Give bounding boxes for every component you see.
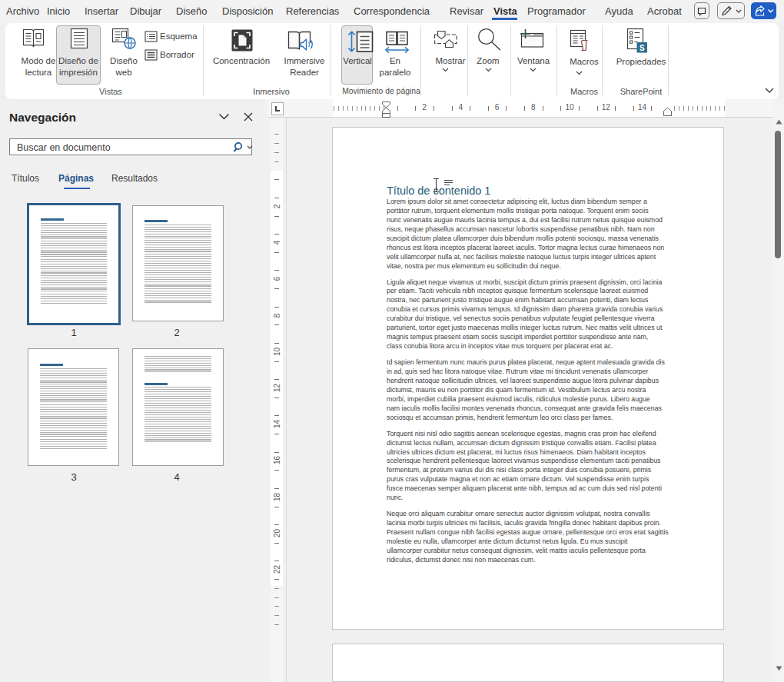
svg-text:S: S — [639, 44, 645, 52]
